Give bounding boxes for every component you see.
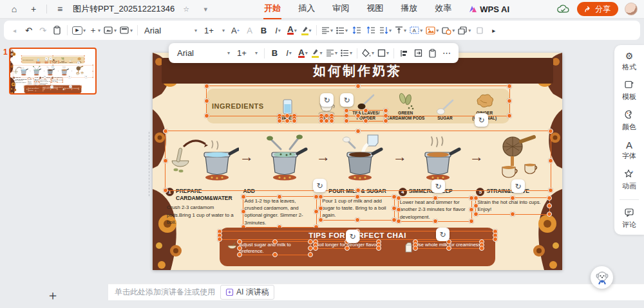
- selection-handle[interactable]: [51, 82, 52, 83]
- selection-handle[interactable]: [272, 252, 278, 257]
- selection-handle[interactable]: [44, 89, 45, 90]
- rotate-handle-icon[interactable]: ↻: [49, 57, 52, 60]
- selection-handle[interactable]: [54, 60, 55, 62]
- selection-handle[interactable]: [547, 195, 552, 201]
- bold-button[interactable]: B: [257, 23, 270, 38]
- selection-handle[interactable]: [44, 78, 46, 80]
- overflow-icon[interactable]: [473, 23, 486, 38]
- selection-handle[interactable]: [51, 80, 52, 82]
- selection-handle[interactable]: [308, 239, 313, 244]
- font-color-button[interactable]: A▾: [285, 23, 299, 38]
- text-box-button[interactable]: A▾: [408, 23, 424, 38]
- float-italic-button[interactable]: I▾: [282, 46, 296, 61]
- ingredient-sugar[interactable]: SUGAR: [67, 57, 75, 63]
- ai-script-button[interactable]: AI 演讲稿: [220, 285, 274, 300]
- selection-handle[interactable]: [217, 237, 222, 242]
- selection-handle[interactable]: [473, 212, 478, 217]
- selection-handle[interactable]: [510, 212, 515, 217]
- selection-handle[interactable]: [92, 77, 93, 78]
- float-fill-color-button[interactable]: ▾: [361, 46, 375, 61]
- selection-handle[interactable]: [413, 246, 418, 251]
- menu-icon[interactable]: ≡: [52, 2, 68, 16]
- selection-handle[interactable]: [547, 212, 552, 217]
- steps-illustrations[interactable]: → →: [169, 129, 545, 185]
- selection-handle[interactable]: [507, 84, 512, 89]
- more-tools-icon[interactable]: ▸: [487, 23, 500, 38]
- selection-handle[interactable]: [355, 217, 360, 222]
- selection-handle[interactable]: [355, 84, 361, 89]
- float-bullet-list-button[interactable]: ▾: [339, 46, 354, 61]
- selection-handle[interactable]: [57, 82, 58, 83]
- tip-2[interactable]: Boil longer for stronger flavor.: [44, 88, 62, 89]
- selection-handle[interactable]: [345, 246, 350, 251]
- selection-handle[interactable]: [28, 90, 29, 91]
- float-border-button[interactable]: ▾: [376, 46, 390, 61]
- selection-handle[interactable]: [383, 118, 388, 123]
- insert-picture-button[interactable]: ▾: [424, 23, 440, 38]
- selection-handle[interactable]: [36, 81, 37, 82]
- new-document-icon[interactable]: +: [26, 2, 41, 16]
- selection-handle[interactable]: [383, 108, 388, 113]
- selection-handle[interactable]: [39, 82, 40, 83]
- tip-3[interactable]: Use whole milk for creaminess.: [404, 242, 488, 253]
- step-text-2[interactable]: ADD Add 1-2 tsp tea leaves, crushed card…: [243, 188, 317, 227]
- new-slide-button[interactable]: ▾: [102, 23, 118, 38]
- paragraph-spacing-button[interactable]: ▾: [378, 23, 393, 38]
- selection-handle[interactable]: [57, 89, 58, 90]
- selection-handle[interactable]: [62, 82, 63, 83]
- ingredients-box[interactable]: INGREDIENTS WATER MILK TEA LEAVES/ POWDE…: [21, 57, 84, 64]
- selection-handle[interactable]: [469, 207, 474, 212]
- font-size-select[interactable]: 1+▾: [201, 24, 228, 37]
- slide-thumbnail[interactable]: 如何制作奶茶 INGREDIENTS WATER MILK TEA LEAVES…: [9, 48, 97, 95]
- document-title[interactable]: 图片转PPT_202512221346: [73, 3, 175, 15]
- tip-2[interactable]: Boil longer for stronger flavor.: [316, 242, 399, 248]
- selection-handle[interactable]: [30, 78, 32, 80]
- tab-play[interactable]: 播放: [400, 0, 418, 19]
- selection-handle[interactable]: [376, 246, 381, 251]
- tip-1[interactable]: Adjust sugar and milk to preference.: [26, 88, 43, 91]
- selection-handle[interactable]: [308, 252, 313, 257]
- italic-button[interactable]: I▾: [271, 23, 285, 38]
- selection-handle[interactable]: [313, 246, 318, 251]
- rotate-handle-icon[interactable]: ↻: [69, 85, 71, 87]
- star-icon[interactable]: ☆: [178, 2, 194, 16]
- decrease-font-icon[interactable]: A: [243, 23, 256, 38]
- bullet-list-button[interactable]: ▾: [335, 23, 349, 38]
- indent-button[interactable]: [364, 23, 377, 38]
- selection-handle[interactable]: [344, 108, 349, 113]
- float-font-size-select[interactable]: 1+▾: [234, 47, 261, 59]
- ingredient-water[interactable]: WATER: [34, 57, 43, 63]
- rotate-handle-icon[interactable]: ↻: [45, 57, 48, 60]
- selection-handle[interactable]: [324, 113, 329, 118]
- rotate-handle-icon[interactable]: ↻: [340, 93, 354, 107]
- ingredient-cardamom[interactable]: GREEN CARDAMOM PODS: [386, 90, 425, 122]
- selection-handle[interactable]: [24, 87, 25, 88]
- font-family-select[interactable]: Arial▾: [141, 24, 200, 37]
- selection-handle[interactable]: [292, 118, 297, 123]
- rotate-handle-icon[interactable]: ↻: [44, 75, 46, 78]
- selection-handle[interactable]: [51, 78, 52, 80]
- selection-handle[interactable]: [36, 62, 37, 64]
- selection-handle[interactable]: [383, 113, 388, 118]
- rotate-handle-icon[interactable]: ↻: [346, 230, 359, 243]
- selection-handle[interactable]: [344, 118, 349, 123]
- tab-view[interactable]: 视图: [366, 0, 384, 19]
- selection-handle[interactable]: [241, 194, 246, 199]
- ingredient-sugar[interactable]: SUGAR: [425, 90, 464, 122]
- selection-handle[interactable]: [43, 90, 44, 91]
- selection-handle[interactable]: [308, 246, 313, 251]
- highlight-button[interactable]: ▾: [299, 23, 313, 38]
- redo-icon[interactable]: ↷: [36, 23, 50, 38]
- float-more-button[interactable]: ⋯: [440, 46, 453, 61]
- slideshow-button[interactable]: ▶▾: [71, 23, 87, 38]
- selection-handle[interactable]: [396, 195, 401, 201]
- selection-handle[interactable]: [469, 219, 474, 224]
- tab-home[interactable]: 开始: [263, 0, 281, 19]
- selection-handle[interactable]: [510, 195, 515, 201]
- slide-layout-button[interactable]: ▾: [118, 23, 134, 38]
- undo-icon[interactable]: ↶: [22, 23, 35, 38]
- increase-font-icon[interactable]: A+: [229, 23, 242, 38]
- selection-handle[interactable]: [71, 89, 73, 90]
- selection-handle[interactable]: [39, 62, 41, 64]
- selection-handle[interactable]: [355, 194, 360, 199]
